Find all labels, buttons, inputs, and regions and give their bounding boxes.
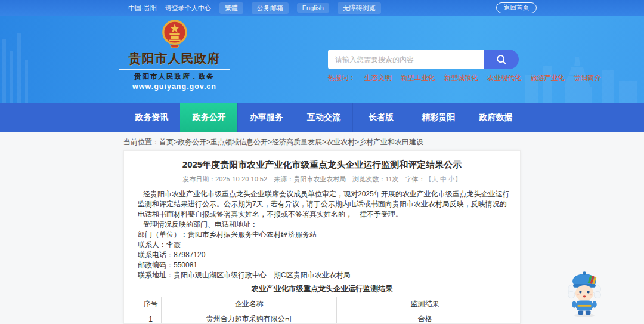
nav-tab-3[interactable]: 互动交流 xyxy=(295,103,352,132)
site-subtitle: 贵阳市人民政府．政务 xyxy=(119,69,230,81)
topbar-link-5[interactable]: 无障碍浏览 xyxy=(338,2,381,14)
nav-tab-6[interactable]: 政府数据 xyxy=(467,103,524,132)
table-body: 1贵州合力超市采购有限公司合格2贵州友禾种业有限公司合格3贵州松果鲜农产品有限公… xyxy=(140,311,513,324)
site-logo[interactable]: 贵阳市人民政府 贵阳市人民政府．政务 www.guiyang.gov.cn xyxy=(119,19,230,91)
nav-tab-1[interactable]: 政务公开 xyxy=(180,103,237,132)
top-utility-bar: 中国·贵阳请登录个人中心繁體公务邮箱English无障碍浏览 返回首页 xyxy=(0,0,644,16)
site-url: www.guiyang.gov.cn xyxy=(119,82,230,91)
hot-search-term-4[interactable]: 旅游产业化 xyxy=(531,73,565,82)
topbar-link-2[interactable]: 繁體 xyxy=(219,2,243,14)
nav-tab-2[interactable]: 办事服务 xyxy=(237,103,295,132)
view-count: 浏览次数：11次 xyxy=(352,175,398,183)
topbar-link-1[interactable]: 请登录个人中心 xyxy=(165,4,211,13)
hot-search-term-3[interactable]: 农业现代化 xyxy=(487,73,522,82)
article-meta: 发布日期：2025-10-20 10:52 来源：贵阳市农业农村局 浏览次数：1… xyxy=(124,175,520,184)
topbar-link-4[interactable]: English xyxy=(297,3,329,13)
main-nav: 政务资讯政务公开办事服务互动交流长者版精彩贵阳政府数据 xyxy=(0,103,644,132)
hot-search-term-0[interactable]: 生态文明 xyxy=(364,73,392,82)
hot-search-term-5[interactable]: 贵阳简介 xyxy=(574,73,601,82)
mascot-assistant-icon[interactable] xyxy=(564,270,605,318)
table-cell-0-2: 合格 xyxy=(337,311,513,324)
topbar-link-3[interactable]: 公务邮箱 xyxy=(252,2,289,14)
article-paragraph-0: 经贵阳市农业产业化市级重点龙头企业联席会议成员单位审定，现对2025年开展的农业… xyxy=(138,189,512,220)
site-title: 贵阳市人民政府 xyxy=(119,50,230,67)
article-paragraph-5: 邮政编码：550081 xyxy=(138,260,512,270)
search-icon xyxy=(495,53,508,66)
search-area: 热搜词： 生态文明新型工业化新型城镇化农业现代化旅游产业化贵阳简介 xyxy=(328,50,525,82)
hot-search-term-1[interactable]: 新型工业化 xyxy=(401,73,435,82)
font-size-controls[interactable]: 【大 中 小】 xyxy=(425,175,462,183)
article-title: 2025年度贵阳市农业产业化市级重点龙头企业运行监测和评定结果公示 xyxy=(124,159,520,171)
breadcrumb: 当前位置：首页>政务公开>重点领域信息公开>经济高质量发展>农业农村>乡村产业和… xyxy=(123,137,423,147)
breadcrumb-path[interactable]: 首页>政务公开>重点领域信息公开>经济高质量发展>农业农村>乡村产业和农田建设 xyxy=(159,138,423,146)
main-nav-list: 政务资讯政务公开办事服务互动交流长者版精彩贵阳政府数据 xyxy=(123,103,524,132)
publish-date: 发布日期：2025-10-20 10:52 xyxy=(182,175,267,183)
table-caption: 农业产业化市级重点龙头企业运行监测结果 xyxy=(124,284,520,294)
monitoring-result-table: 序号企业名称监测结果 1贵州合力超市采购有限公司合格2贵州友禾种业有限公司合格3… xyxy=(140,297,513,324)
building-silhouette xyxy=(0,33,42,103)
table-header-cell-2: 监测结果 xyxy=(337,297,513,311)
breadcrumb-label: 当前位置： xyxy=(123,138,159,146)
hot-search-label: 热搜词： xyxy=(328,73,355,82)
table-header-cell-1: 企业名称 xyxy=(161,297,337,311)
hot-search-row: 热搜词： 生态文明新型工业化新型城镇化农业现代化旅游产业化贵阳简介 xyxy=(328,73,525,82)
hot-search-term-2[interactable]: 新型城镇化 xyxy=(444,73,479,82)
nav-tab-5[interactable]: 精彩贵阳 xyxy=(410,103,467,132)
nav-tab-0[interactable]: 政务资讯 xyxy=(123,103,180,132)
hot-search-terms: 生态文明新型工业化新型城镇化农业现代化旅游产业化贵阳简介 xyxy=(364,73,601,82)
article-paragraph-4: 联系电话：87987120 xyxy=(138,250,512,260)
table-cell-0-0: 1 xyxy=(140,311,162,324)
return-home-button[interactable]: 返回首页 xyxy=(496,2,537,13)
article-paragraph-6: 联系地址：贵阳市观山湖区市级行政中心二期C区贵阳市农业农村局 xyxy=(138,270,512,280)
national-emblem-icon xyxy=(161,19,188,49)
search-input[interactable] xyxy=(328,50,484,69)
guiyang-gov-page: 中国·贵阳请登录个人中心繁體公务邮箱English无障碍浏览 返回首页 xyxy=(0,0,644,324)
article-body: 经贵阳市农业产业化市级重点龙头企业联席会议成员单位审定，现对2025年开展的农业… xyxy=(124,189,520,280)
table-header-row: 序号企业名称监测结果 xyxy=(140,297,513,311)
search-button[interactable] xyxy=(484,50,519,69)
nav-tab-4[interactable]: 长者版 xyxy=(352,103,410,132)
site-banner: 贵阳市人民政府 贵阳市人民政府．政务 www.guiyang.gov.cn 热搜… xyxy=(0,16,644,103)
article-paragraph-1: 受理情况反映的部门、电话和地址： xyxy=(138,220,512,230)
topbar-link-0[interactable]: 中国·贵阳 xyxy=(128,4,157,13)
topbar-links: 中国·贵阳请登录个人中心繁體公务邮箱English无障碍浏览 xyxy=(128,2,381,14)
article-source: 来源：贵阳市农业农村局 xyxy=(274,175,346,183)
article-card: 2025年度贵阳市农业产业化市级重点龙头企业运行监测和评定结果公示 发布日期：2… xyxy=(123,150,521,324)
table-cell-0-1: 贵州合力超市采购有限公司 xyxy=(161,311,337,324)
article-paragraph-2: 部门（单位）：贵阳市乡村振兴服务中心农村经济服务站 xyxy=(138,230,512,240)
table-row-0: 1贵州合力超市采购有限公司合格 xyxy=(140,311,513,324)
font-size-label: 字体： xyxy=(405,175,425,183)
table-header-cell-0: 序号 xyxy=(140,297,162,311)
article-paragraph-3: 联系人：李霞 xyxy=(138,240,512,250)
